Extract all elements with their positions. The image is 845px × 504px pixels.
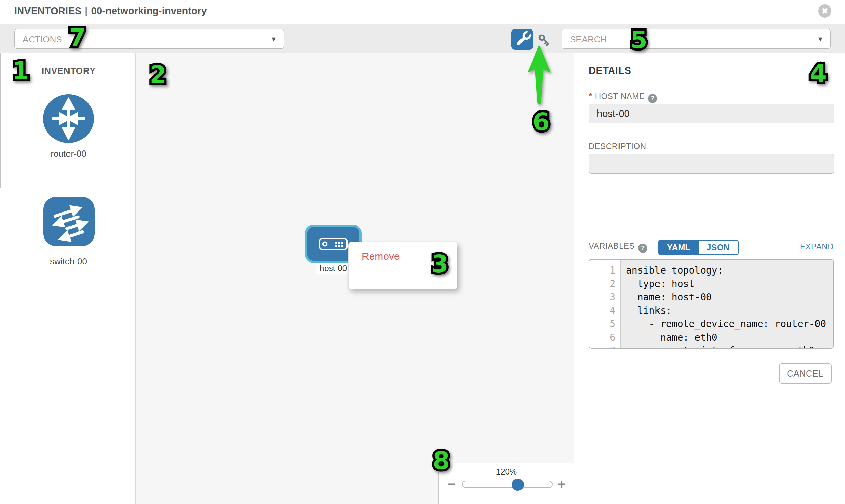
line-number: 4 xyxy=(589,304,620,318)
line-number: 3 xyxy=(589,290,620,304)
breadcrumb-section: INVENTORIES xyxy=(14,5,82,16)
code-line: type: host xyxy=(626,277,833,291)
details-panel-title: DETAILS xyxy=(589,65,631,76)
editor-line-numbers: 1 2 3 4 5 6 7 xyxy=(589,259,620,348)
help-icon[interactable]: ? xyxy=(648,94,657,103)
zoom-out-button[interactable]: − xyxy=(447,476,455,492)
variables-format-toggle: YAML JSON xyxy=(658,240,739,255)
code-line: remote_interface_name: eth0 xyxy=(626,344,833,349)
expand-link[interactable]: EXPAND xyxy=(800,242,834,252)
code-line: name: host-00 xyxy=(626,290,833,304)
host-name-label: HOST NAME xyxy=(595,91,645,101)
context-menu: Details Remove xyxy=(348,242,457,289)
yaml-toggle-button[interactable]: YAML xyxy=(659,241,699,254)
chevron-down-icon: ▾ xyxy=(818,34,822,44)
zoom-slider-knob[interactable] xyxy=(512,479,524,491)
host-icon xyxy=(319,238,348,250)
line-number: 2 xyxy=(589,277,620,291)
variables-label: VARIABLES xyxy=(589,241,635,251)
close-button[interactable]: ✖ xyxy=(818,4,831,18)
host-name-input[interactable] xyxy=(589,104,834,123)
actions-dropdown[interactable]: ACTIONS ▾ xyxy=(14,29,284,49)
topology-canvas[interactable]: host-00 Details Remove 120% − + xyxy=(136,53,575,504)
switch-icon[interactable] xyxy=(43,197,94,247)
line-number: 6 xyxy=(589,331,620,344)
cancel-button[interactable]: CANCEL xyxy=(779,363,832,384)
variables-row: VARIABLES? YAML JSON EXPAND xyxy=(589,241,834,257)
code-line: name: eth0 xyxy=(626,331,833,344)
line-number: 7 xyxy=(589,344,620,349)
node-label: host-00 xyxy=(316,263,350,274)
help-icon[interactable]: ? xyxy=(638,244,647,253)
json-toggle-button[interactable]: JSON xyxy=(699,241,738,254)
breadcrumb-separator: | xyxy=(82,5,91,16)
toolbar: ACTIONS ▾ SEARCH ▾ xyxy=(0,24,845,53)
chevron-down-icon: ▾ xyxy=(271,34,276,44)
required-asterisk: * xyxy=(589,91,592,101)
palette-item-label: router-00 xyxy=(24,148,112,159)
page-title: INVENTORIES|00-networking-inventory xyxy=(14,5,207,17)
title-bar: INVENTORIES|00-networking-inventory ✖ xyxy=(0,0,845,24)
zoom-level-label: 120% xyxy=(439,467,574,476)
inventory-title: INVENTORY xyxy=(42,66,95,76)
description-label: DESCRIPTION xyxy=(589,142,646,151)
inventory-sidebar: INVENTORY router-00 switch-00 xyxy=(0,53,136,504)
breadcrumb-item: 00-networking-inventory xyxy=(91,5,207,16)
app-window: INVENTORIES|00-networking-inventory ✖ AC… xyxy=(0,0,845,504)
line-number: 5 xyxy=(589,317,620,331)
wrench-icon xyxy=(511,29,532,49)
editor-code-area[interactable]: ansible_topology: type: host name: host-… xyxy=(620,259,833,348)
context-menu-item-remove[interactable]: Remove xyxy=(362,248,457,266)
key-button[interactable] xyxy=(536,32,554,49)
code-line: - remote_device_name: router-00 xyxy=(626,317,833,331)
search-dropdown-label: SEARCH xyxy=(570,34,606,45)
tools-button[interactable] xyxy=(511,29,533,50)
router-icon[interactable] xyxy=(43,93,94,144)
zoom-in-button[interactable]: + xyxy=(558,476,565,492)
variables-editor[interactable]: 1 2 3 4 5 6 7 ansible_topology: type: ho… xyxy=(589,259,834,349)
close-icon: ✖ xyxy=(822,7,828,15)
host-name-label-row: *HOST NAME? xyxy=(589,91,657,103)
line-number: 1 xyxy=(589,264,620,277)
search-dropdown[interactable]: SEARCH ▾ xyxy=(562,29,831,49)
actions-dropdown-label: ACTIONS xyxy=(23,34,62,45)
palette-item-label: switch-00 xyxy=(24,256,112,267)
zoom-slider-track[interactable] xyxy=(462,481,553,488)
code-line: links: xyxy=(626,304,833,318)
details-panel: DETAILS *HOST NAME? DESCRIPTION VARIABLE… xyxy=(575,53,845,504)
description-input[interactable] xyxy=(589,154,834,174)
code-line: ansible_topology: xyxy=(626,264,833,277)
key-icon xyxy=(536,32,554,49)
zoom-panel: 120% − + xyxy=(438,463,574,504)
